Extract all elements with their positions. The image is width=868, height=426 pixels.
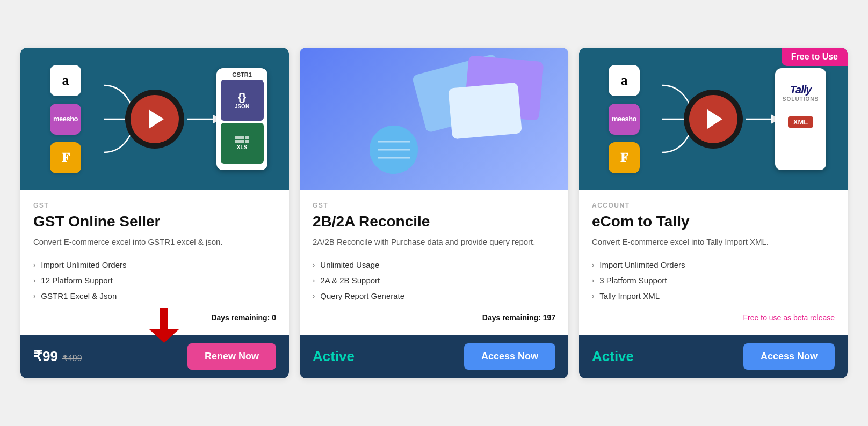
- chevron-icon: ›: [592, 261, 594, 269]
- feature-item: ›Query Report Generate: [313, 288, 555, 304]
- phone-label: GSTR1: [232, 71, 252, 78]
- feature-item: ›2A & 2B Support: [313, 273, 555, 288]
- feature-item: ›Unlimited Usage: [313, 257, 555, 273]
- play-button-tally: [689, 95, 737, 143]
- card-title-gst: GST Online Seller: [33, 212, 276, 231]
- card-footer-tally: Active Access Now: [579, 335, 848, 378]
- card-gst-online-seller: a meesho 𝐅: [20, 48, 289, 378]
- feature-item: ›GSTR1 Excel & Json: [33, 288, 276, 304]
- shape3: [448, 83, 522, 139]
- status-active-tally: Active: [592, 348, 634, 365]
- days-remaining-gst: Days remaining: 0: [33, 310, 276, 325]
- access-now-button-reconcile[interactable]: Access Now: [464, 343, 555, 370]
- card-desc-tally: Convert E-commerce excel into Tally Impo…: [592, 236, 835, 248]
- json-file: {} JSON: [221, 80, 264, 121]
- reconcile-shapes: [300, 48, 568, 190]
- chevron-icon: ›: [33, 292, 35, 300]
- card-desc-reconcile: 2A/2B Reconcile with Purchase data and p…: [313, 236, 555, 248]
- card-image-gst: a meesho 𝐅: [20, 48, 289, 190]
- card-desc-gst: Convert E-commerce excel into GSTR1 exce…: [33, 236, 276, 248]
- card-category-reconcile: GST: [313, 202, 555, 209]
- status-active-reconcile: Active: [313, 348, 355, 365]
- chevron-icon: ›: [33, 261, 35, 269]
- card-ecom-tally: Free to Use a meesho 𝐅: [579, 48, 848, 378]
- features-list-tally: ›Import Unlimited Orders ›3 Platform Sup…: [592, 257, 835, 304]
- play-triangle-icon: [149, 109, 164, 129]
- feature-item: ›Tally Import XML: [592, 288, 835, 304]
- card-category-tally: ACCOUNT: [592, 202, 835, 209]
- card-footer-reconcile: Active Access Now: [300, 335, 568, 378]
- feature-item: ›3 Platform Support: [592, 273, 835, 288]
- xls-file: XLS: [221, 123, 264, 164]
- feature-item: ›12 Platform Support: [33, 273, 276, 288]
- price-area: ₹99 ₹499: [33, 348, 82, 365]
- xml-badge: XML: [788, 116, 813, 128]
- features-list-gst: ›Import Unlimited Orders ›12 Platform Su…: [33, 257, 276, 304]
- card-title-tally: eCom to Tally: [592, 212, 835, 231]
- chevron-icon: ›: [33, 276, 35, 284]
- access-now-button-tally[interactable]: Access Now: [743, 343, 835, 370]
- renew-now-button[interactable]: Renew Now: [187, 343, 276, 370]
- cards-container: a meesho 𝐅: [15, 48, 853, 378]
- chevron-icon: ›: [313, 292, 315, 300]
- chevron-icon: ›: [313, 276, 315, 284]
- card-body-gst: GST GST Online Seller Convert E-commerce…: [20, 190, 289, 334]
- free-beta-text: Free to use as beta release: [592, 310, 835, 325]
- card-image-tally: a meesho 𝐅: [579, 48, 848, 190]
- tally-logo: Tally SOLUTIONS: [779, 71, 822, 114]
- features-list-reconcile: ›Unlimited Usage ›2A & 2B Support ›Query…: [313, 257, 555, 304]
- output-phone: GSTR1 {} JSON XLS: [216, 68, 267, 170]
- card-2b2a-reconcile: GST 2B/2A Reconcile 2A/2B Reconcile with…: [300, 48, 568, 378]
- circle-lines-icon: [370, 126, 418, 174]
- card-title-reconcile: 2B/2A Reconcile: [313, 212, 555, 231]
- card-image-reconcile: [300, 48, 568, 190]
- feature-item: ›Import Unlimited Orders: [592, 257, 835, 273]
- tally-phone: Tally SOLUTIONS XML: [775, 68, 826, 170]
- circle-shape: [370, 126, 418, 174]
- price-current: ₹99: [33, 348, 58, 365]
- card-footer-gst: ₹99 ₹499 Renew Now: [20, 335, 289, 378]
- card-category-gst: GST: [33, 202, 276, 209]
- card-body-reconcile: GST 2B/2A Reconcile 2A/2B Reconcile with…: [300, 190, 568, 334]
- price-original: ₹499: [62, 353, 82, 363]
- card-body-tally: ACCOUNT eCom to Tally Convert E-commerce…: [579, 190, 848, 334]
- reconcile-bg: [300, 48, 568, 190]
- play-button: [131, 95, 179, 143]
- chevron-icon: ›: [592, 292, 594, 300]
- chevron-icon: ›: [313, 261, 315, 269]
- play-triangle-icon-tally: [707, 109, 722, 129]
- free-to-use-badge: Free to Use: [782, 48, 848, 66]
- feature-item: ›Import Unlimited Orders: [33, 257, 276, 273]
- days-remaining-reconcile: Days remaining: 197: [313, 310, 555, 325]
- chevron-icon: ›: [592, 276, 594, 284]
